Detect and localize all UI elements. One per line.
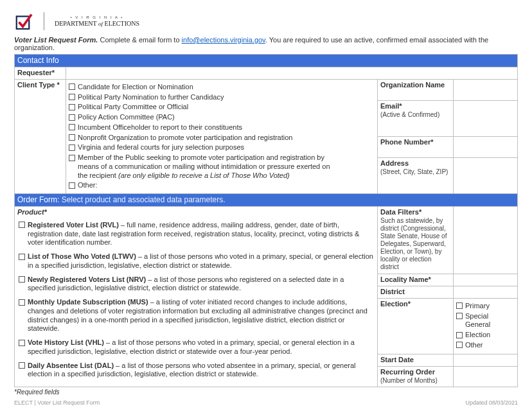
recurring-sub: (Number of Months): [380, 377, 450, 385]
org-name-label: Organization Name: [380, 81, 445, 89]
election-text: Special General: [465, 312, 515, 330]
client-type-option[interactable]: Political Party Committee or Official: [69, 102, 375, 112]
checkbox-icon[interactable]: [69, 124, 75, 130]
checkbox-icon[interactable]: [69, 83, 75, 90]
org-name-field[interactable]: [454, 79, 518, 100]
election-option[interactable]: Primary: [456, 301, 515, 311]
client-type-text: Political Party Nomination to further Ca…: [78, 93, 375, 102]
requester-label: Requester*: [17, 69, 55, 76]
footer-left: ELECT | Voter List Request Form: [14, 399, 100, 406]
client-type-text: Other:: [78, 181, 375, 190]
department-name: • V I R G I N I A • DEPARTMENT of ELECTI…: [55, 15, 139, 27]
checkbox-icon[interactable]: [19, 299, 25, 306]
product-list: Registered Voter List (RVL) – full name,…: [17, 217, 375, 385]
product-option[interactable]: Vote History List (VHL) – a list of thos…: [19, 337, 373, 360]
intro-pre: Complete & email form to: [98, 36, 181, 44]
election-label: Election*: [380, 300, 411, 308]
client-type-text: Nonprofit Organization to promote voter …: [78, 134, 375, 143]
address-field[interactable]: [454, 158, 518, 194]
product-label: Product*: [17, 208, 47, 216]
checkbox-icon[interactable]: [19, 340, 25, 346]
client-type-text: Political Party Committee or Official: [78, 103, 375, 112]
data-filters-field[interactable]: [454, 207, 518, 274]
header-dept-a: DEPARTMENT: [55, 20, 97, 27]
client-type-option[interactable]: Incumbent Officeholder to report to thei…: [69, 123, 375, 133]
address-sub: (Street, City, State, ZIP): [380, 168, 450, 177]
election-option[interactable]: Special General: [456, 311, 515, 331]
product-option[interactable]: Registered Voter List (RVL) – full name,…: [19, 220, 373, 251]
checkbox-icon[interactable]: [69, 134, 75, 141]
locality-label: Locality Name*: [380, 275, 431, 283]
phone-label: Phone Number*: [380, 138, 434, 146]
client-type-options: Candidate for Election or NominationPoli…: [66, 79, 378, 193]
recurring-label: Recurring Order: [380, 368, 435, 376]
recurring-field[interactable]: [454, 367, 518, 387]
elections-logo: [14, 12, 33, 31]
client-type-text: Virginia and federal courts for jury sel…: [78, 143, 375, 152]
client-type-option-member[interactable]: Member of the Public seeking to promote …: [69, 153, 375, 180]
election-text: Election: [465, 331, 515, 340]
form-title: Voter List Request Form.: [14, 36, 98, 44]
product-option[interactable]: Newly Registered Voters List (NRV) – a l…: [19, 274, 373, 297]
footer-right: Updated 08/03/2021: [465, 399, 518, 406]
client-type-text: Member of the Public seeking to promote …: [78, 153, 375, 180]
checkbox-icon[interactable]: [19, 254, 25, 260]
election-option[interactable]: Election: [456, 330, 515, 340]
client-type-option-other[interactable]: Other:: [69, 180, 375, 191]
checkbox-icon[interactable]: [69, 104, 75, 110]
product-text: Daily Absentee List (DAL) – a list of th…: [28, 362, 373, 380]
start-date-field[interactable]: [454, 354, 518, 367]
intro-email-link[interactable]: info@elections.virginia.gov: [182, 36, 265, 44]
checkbox-icon[interactable]: [69, 144, 75, 151]
contact-band: Contact Info: [15, 55, 518, 67]
checkbox-icon[interactable]: [456, 313, 463, 319]
checkbox-icon[interactable]: [19, 276, 25, 283]
header-dept-line: DEPARTMENT of ELECTIONS: [55, 21, 139, 27]
email-field[interactable]: [454, 101, 518, 137]
order-band-sub: Select product and associated data param…: [59, 195, 225, 204]
product-text: Monthly Update Subscription (MUS) – a li…: [28, 298, 373, 333]
client-type-text: Policy Action Committee (PAC): [78, 113, 375, 122]
data-filters-label: Data Filters*: [380, 208, 421, 216]
checkbox-icon[interactable]: [19, 222, 25, 228]
election-text: Other: [465, 341, 515, 350]
checkbox-icon[interactable]: [69, 155, 75, 161]
header-divider: [44, 12, 44, 30]
district-field[interactable]: [454, 286, 518, 298]
phone-field[interactable]: [454, 136, 518, 157]
product-text: Newly Registered Voters List (NRV) – a l…: [28, 275, 373, 293]
client-type-text: Candidate for Election or Nomination: [78, 83, 375, 92]
header-virginia: • V I R G I N I A •: [55, 15, 139, 19]
form-table: Contact Info Requester* Client Type * Ca…: [14, 54, 518, 387]
required-note: *Required fields: [14, 389, 518, 396]
email-label: Email*: [380, 102, 402, 110]
checkbox-icon[interactable]: [69, 182, 75, 189]
header-dept-b: ELECTIONS: [105, 20, 139, 27]
checkbox-icon[interactable]: [456, 302, 463, 309]
checkbox-icon[interactable]: [19, 362, 25, 369]
checkbox-icon[interactable]: [69, 114, 75, 121]
intro-line: Voter List Request Form. Complete & emai…: [14, 36, 518, 51]
checkbox-icon[interactable]: [456, 332, 463, 338]
order-band: Order Form: Select product and associate…: [15, 194, 518, 207]
client-type-option[interactable]: Policy Action Committee (PAC): [69, 112, 375, 123]
header-dept-of: of: [98, 21, 103, 27]
locality-field[interactable]: [454, 274, 518, 286]
client-type-option[interactable]: Nonprofit Organization to promote voter …: [69, 133, 375, 143]
client-type-option[interactable]: Candidate for Election or Nomination: [69, 82, 375, 92]
product-option[interactable]: List of Those Who Voted (LTWV) – a list …: [19, 251, 373, 274]
address-label: Address: [380, 159, 409, 167]
product-option[interactable]: Monthly Update Subscription (MUS) – a li…: [19, 297, 373, 337]
product-text: Registered Voter List (RVL) – full name,…: [28, 221, 373, 247]
requester-field[interactable]: [66, 67, 518, 80]
document-header: • V I R G I N I A • DEPARTMENT of ELECTI…: [14, 12, 518, 31]
checkbox-icon[interactable]: [456, 342, 463, 348]
election-option[interactable]: Other: [456, 340, 515, 351]
product-text: Vote History List (VHL) – a list of thos…: [28, 338, 373, 356]
checkbox-logo-icon: [14, 12, 33, 31]
client-type-option[interactable]: Political Party Nomination to further Ca…: [69, 92, 375, 103]
client-type-option[interactable]: Virginia and federal courts for jury sel…: [69, 143, 375, 153]
district-label: District: [380, 288, 405, 295]
product-option[interactable]: Daily Absentee List (DAL) – a list of th…: [19, 360, 373, 383]
checkbox-icon[interactable]: [69, 94, 75, 100]
